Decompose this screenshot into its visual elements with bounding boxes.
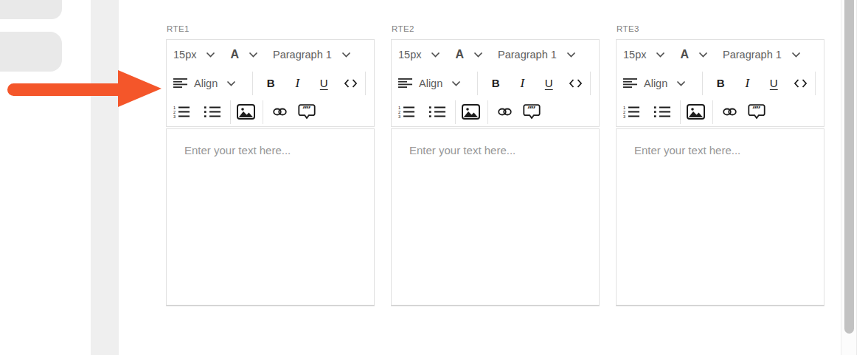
sidebar-gutter	[91, 0, 119, 355]
chevron-down-icon	[791, 52, 801, 58]
italic-button[interactable]: I	[509, 71, 535, 96]
ordered-list-button[interactable]: 123	[623, 106, 639, 118]
create-link-button[interactable]	[273, 108, 287, 116]
code-view-button[interactable]	[337, 71, 364, 96]
toolbar-row-1: 15px A Paragraph 1	[392, 40, 599, 69]
bold-button[interactable]: B	[482, 71, 509, 96]
underline-button[interactable]: U	[310, 71, 337, 96]
unordered-list-button[interactable]	[654, 106, 670, 118]
font-color-dropdown[interactable]: A	[455, 48, 483, 61]
font-size-dropdown[interactable]: 15px	[398, 49, 440, 61]
bold-button[interactable]: B	[257, 71, 284, 96]
font-size-dropdown[interactable]: 15px	[623, 49, 665, 61]
rte-content-area[interactable]: Enter your text here...	[616, 128, 824, 306]
chevron-down-icon	[341, 52, 351, 58]
blockquote-button[interactable]: ””	[298, 104, 316, 120]
format-button-group: B I U	[482, 71, 588, 96]
insert-image-icon	[237, 104, 255, 120]
toolbar-row-2: Align B I U	[392, 69, 599, 97]
scrollbar-track[interactable]	[841, 0, 857, 355]
insert-image-button[interactable]	[237, 104, 255, 120]
rte-editor-2: RTE2 15px A Paragraph 1 Ali	[391, 24, 600, 306]
code-view-button[interactable]	[787, 71, 813, 96]
toolbar-separator	[455, 100, 456, 124]
editors-row: RTE1 15px A Paragraph 1 Ali	[166, 24, 824, 306]
align-label: Align	[419, 77, 442, 89]
placeholder-text: Enter your text here...	[409, 144, 581, 156]
unordered-list-icon	[429, 106, 445, 118]
chevron-down-icon	[473, 52, 483, 58]
unordered-list-button[interactable]	[204, 106, 221, 118]
blockquote-icon: ””	[523, 104, 541, 120]
font-size-value: 15px	[173, 49, 196, 61]
paragraph-format-dropdown[interactable]: Paragraph 1	[723, 49, 801, 61]
blockquote-button[interactable]: ””	[748, 104, 765, 120]
underline-button[interactable]: U	[535, 71, 562, 96]
rte-toolbar: 15px A Paragraph 1 Align	[391, 39, 600, 127]
format-button-group: B I U	[257, 71, 364, 96]
annotation-arrow-right-icon	[6, 68, 164, 109]
toolbar-row-1: 15px A Paragraph 1	[167, 40, 374, 69]
ordered-list-button[interactable]: 123	[173, 106, 190, 118]
chevron-down-icon	[431, 52, 440, 58]
toolbar-separator	[815, 72, 816, 95]
toolbar-row-1: 15px A Paragraph 1	[617, 40, 824, 69]
chevron-down-icon	[226, 80, 236, 86]
toolbar-row-2: Align B I U	[617, 69, 824, 97]
unordered-list-button[interactable]	[429, 106, 445, 118]
align-label: Align	[194, 77, 218, 89]
italic-button[interactable]: I	[284, 71, 310, 96]
svg-text:3: 3	[398, 114, 400, 118]
toolbar-separator	[263, 100, 263, 124]
align-dropdown[interactable]: Align	[623, 77, 686, 89]
insert-image-icon	[462, 104, 480, 120]
blockquote-icon: ””	[298, 104, 316, 120]
toolbar-row-3: 123 ””	[167, 97, 374, 126]
rte-editor-3: RTE3 15px A Paragraph 1 Ali	[616, 24, 824, 306]
align-dropdown[interactable]: Align	[398, 77, 461, 89]
rte-editor-1: RTE1 15px A Paragraph 1 Ali	[166, 24, 375, 306]
code-view-button[interactable]	[562, 71, 588, 96]
code-view-icon	[794, 79, 807, 88]
insert-image-button[interactable]	[462, 104, 480, 120]
create-link-button[interactable]	[498, 108, 512, 116]
toolbar-separator	[230, 100, 231, 124]
svg-text:””: ””	[302, 104, 310, 114]
insert-image-button[interactable]	[687, 104, 705, 120]
rte-content-area[interactable]: Enter your text here...	[166, 128, 375, 306]
align-dropdown[interactable]: Align	[173, 77, 236, 89]
toolbar-separator	[487, 100, 488, 124]
clipped-text: l.	[1, 0, 6, 1]
svg-text:3: 3	[623, 114, 625, 118]
paragraph-format-dropdown[interactable]: Paragraph 1	[273, 49, 351, 61]
create-link-button[interactable]	[723, 108, 737, 116]
toolbar-separator	[365, 72, 366, 95]
rte-content-area[interactable]: Enter your text here...	[391, 128, 600, 306]
chevron-down-icon	[566, 52, 576, 58]
scrollbar-thumb[interactable]	[844, 0, 854, 334]
toolbar-separator	[252, 72, 253, 95]
font-color-dropdown[interactable]: A	[680, 48, 708, 61]
align-lines-icon	[398, 78, 412, 88]
svg-text:””: ””	[752, 104, 760, 114]
placeholder-text: Enter your text here...	[634, 144, 806, 156]
italic-button[interactable]: I	[734, 71, 760, 96]
font-color-dropdown[interactable]: A	[230, 48, 258, 61]
ordered-list-icon: 123	[173, 106, 190, 118]
paragraph-format-value: Paragraph 1	[723, 49, 782, 61]
chevron-down-icon	[698, 52, 708, 58]
toolbar-separator	[680, 100, 681, 124]
sidebar-card	[0, 32, 62, 72]
bold-button[interactable]: B	[707, 71, 734, 96]
toolbar-row-3: 123 ””	[617, 97, 824, 126]
svg-text:””: ””	[527, 104, 535, 114]
ordered-list-button[interactable]: 123	[398, 106, 414, 118]
paragraph-format-dropdown[interactable]: Paragraph 1	[498, 49, 576, 61]
chevron-down-icon	[451, 80, 461, 86]
blockquote-button[interactable]: ””	[523, 104, 541, 120]
toolbar-separator	[712, 100, 713, 124]
underline-button[interactable]: U	[760, 71, 787, 96]
font-size-dropdown[interactable]: 15px	[173, 49, 215, 61]
create-link-icon	[273, 108, 287, 116]
align-lines-icon	[623, 78, 637, 88]
